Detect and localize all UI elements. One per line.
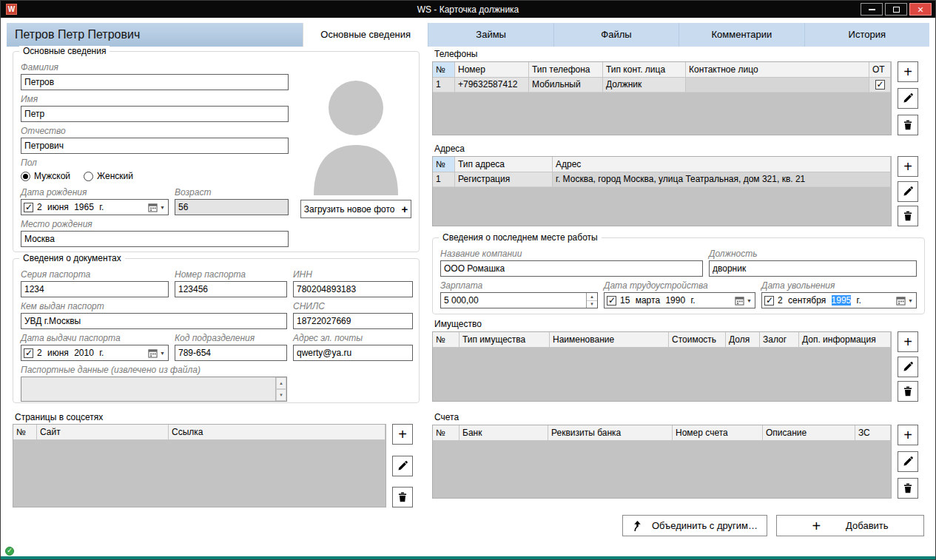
snils-input[interactable] — [293, 313, 413, 329]
passport-series-input[interactable] — [21, 281, 169, 297]
employment-date-picker[interactable]: 15 марта 1990 г. ▼ — [604, 292, 755, 308]
accounts-delete-button[interactable] — [898, 478, 918, 499]
birth-date-checkbox[interactable] — [24, 203, 33, 212]
plus-icon: + — [812, 519, 821, 533]
passport-issue-date-label: Дата выдачи паспорта — [21, 333, 169, 343]
addresses-delete-button[interactable] — [898, 206, 918, 226]
social-title: Страницы в соцсетях — [15, 412, 103, 422]
gender-female-radio[interactable] — [84, 172, 93, 181]
accounts-col-description[interactable]: Описание — [763, 425, 855, 441]
social-col-link[interactable]: Ссылка — [169, 425, 385, 440]
passport-number-input[interactable] — [175, 281, 287, 297]
phones-col-type[interactable]: Тип телефона — [529, 62, 603, 78]
trash-icon — [903, 211, 913, 221]
addresses-edit-button[interactable] — [898, 181, 918, 202]
accounts-col-number[interactable]: Номер счета — [673, 425, 763, 441]
phones-add-button[interactable]: + — [898, 61, 918, 82]
social-actions: + — [392, 424, 413, 507]
position-input[interactable] — [709, 260, 917, 277]
upload-photo-button[interactable]: Загрузить новое фото + — [300, 200, 411, 218]
addresses-table-row[interactable]: 1 Регистрация г. Москва, город Москва, у… — [433, 172, 891, 187]
accounts-col-bank[interactable]: Банк — [459, 425, 548, 441]
passport-issue-date-dropdown[interactable]: ▼ — [147, 348, 166, 358]
property-add-button[interactable]: + — [898, 331, 918, 352]
tab-history[interactable]: История — [804, 23, 929, 47]
close-button[interactable]: × — [909, 3, 932, 16]
chevron-down-icon: ▼ — [160, 205, 165, 210]
last-name-input[interactable] — [21, 74, 289, 90]
pencil-icon — [903, 186, 913, 197]
phones-edit-button[interactable] — [898, 88, 918, 109]
spin-up-icon[interactable]: ▲ — [587, 293, 597, 301]
first-name-input[interactable] — [21, 106, 289, 122]
phones-col-num[interactable]: № — [433, 62, 455, 78]
company-input[interactable] — [440, 260, 703, 277]
employment-date-dropdown[interactable]: ▼ — [734, 296, 752, 306]
middle-name-input[interactable] — [21, 138, 289, 154]
email-input[interactable] — [293, 345, 413, 361]
property-col-name[interactable]: Наименование — [550, 332, 669, 348]
social-delete-button[interactable] — [392, 487, 413, 507]
accounts-add-button[interactable]: + — [898, 425, 918, 445]
property-col-cost[interactable]: Стоимость — [669, 332, 726, 348]
property-col-type[interactable]: Тип имущества — [459, 332, 550, 348]
passport-issue-date-checkbox[interactable] — [24, 348, 33, 358]
add-button[interactable]: + Добавить — [776, 515, 924, 536]
phones-col-contact-person[interactable]: Контактное лицо — [686, 62, 869, 78]
ot-checkbox[interactable] — [875, 80, 885, 90]
passport-issue-date-picker[interactable]: 2 июня 2010 г. ▼ — [21, 345, 169, 361]
phones-col-number[interactable]: Номер — [455, 62, 529, 78]
group-documents-title: Сведения о документах — [19, 253, 125, 264]
birth-date-picker[interactable]: 2 июня 1965 г. ▼ — [21, 199, 169, 215]
social-add-button[interactable]: + — [392, 424, 413, 445]
addresses-col-address[interactable]: Адрес — [553, 157, 891, 172]
calendar-icon — [148, 203, 158, 212]
property-title: Имущество — [434, 319, 482, 329]
phones-delete-button[interactable] — [898, 115, 918, 135]
maximize-button[interactable] — [885, 3, 907, 16]
social-col-num[interactable]: № — [13, 425, 37, 440]
passport-issued-by-input[interactable] — [21, 313, 287, 329]
phones-col-contact-type[interactable]: Тип конт. лица — [603, 62, 686, 78]
property-col-share[interactable]: Доля — [726, 332, 760, 348]
division-code-input[interactable] — [175, 345, 287, 361]
addresses-col-type[interactable]: Тип адреса — [455, 157, 553, 172]
social-edit-button[interactable] — [392, 456, 413, 476]
dismissal-date-picker[interactable]: 2 сентября 1995 г. ▼ — [761, 292, 917, 308]
tab-comments[interactable]: Комментарии — [679, 23, 804, 47]
passport-extracted-label: Паспортные данные (извлечено из файла) — [21, 365, 411, 375]
passport-extracted-textarea[interactable]: ▲ ▼ — [21, 377, 287, 402]
accounts-col-num[interactable]: № — [433, 425, 459, 441]
inn-input[interactable] — [293, 281, 413, 297]
addresses-col-num[interactable]: № — [433, 157, 455, 172]
phones-col-ot[interactable]: ОТ — [869, 62, 891, 78]
salary-spinner[interactable]: 5 000,00 ▲ ▼ — [440, 292, 598, 308]
spin-down-icon[interactable]: ▼ — [587, 301, 597, 308]
accounts-col-requisites[interactable]: Реквизиты банка — [548, 425, 673, 441]
phones-table-row[interactable]: 1 +79632587412 Мобильный Должник — [433, 78, 891, 92]
addresses-table: № Тип адреса Адрес 1 Регистрация г. Моск… — [432, 156, 892, 226]
minimize-button[interactable] — [861, 3, 883, 16]
social-col-site[interactable]: Сайт — [37, 425, 169, 440]
employment-date-checkbox[interactable] — [607, 296, 616, 306]
gender-male-radio[interactable] — [21, 172, 30, 181]
property-delete-button[interactable] — [898, 381, 918, 402]
accounts-edit-button[interactable] — [898, 451, 918, 472]
tab-main-info[interactable]: Основные сведения — [303, 23, 428, 47]
accounts-col-zs[interactable]: ЗС — [855, 425, 891, 441]
birth-place-input[interactable] — [21, 231, 289, 247]
addresses-add-button[interactable]: + — [898, 156, 918, 177]
tab-loans[interactable]: Займы — [428, 23, 553, 47]
birth-date-dropdown[interactable]: ▼ — [147, 203, 166, 212]
dismissal-date-dropdown[interactable]: ▼ — [895, 296, 914, 306]
property-col-num[interactable]: № — [433, 332, 459, 348]
property-col-pledge[interactable]: Залог — [760, 332, 799, 348]
merge-button[interactable]: Объединить с другим… — [622, 515, 767, 536]
property-col-info[interactable]: Доп. информация — [799, 332, 891, 348]
property-edit-button[interactable] — [898, 357, 918, 377]
salary-spin-buttons: ▲ ▼ — [586, 293, 597, 308]
scroll-up-icon[interactable]: ▲ — [276, 377, 286, 389]
tab-files[interactable]: Файлы — [553, 23, 679, 47]
scroll-down-icon[interactable]: ▼ — [276, 389, 286, 401]
dismissal-date-checkbox[interactable] — [764, 296, 774, 306]
